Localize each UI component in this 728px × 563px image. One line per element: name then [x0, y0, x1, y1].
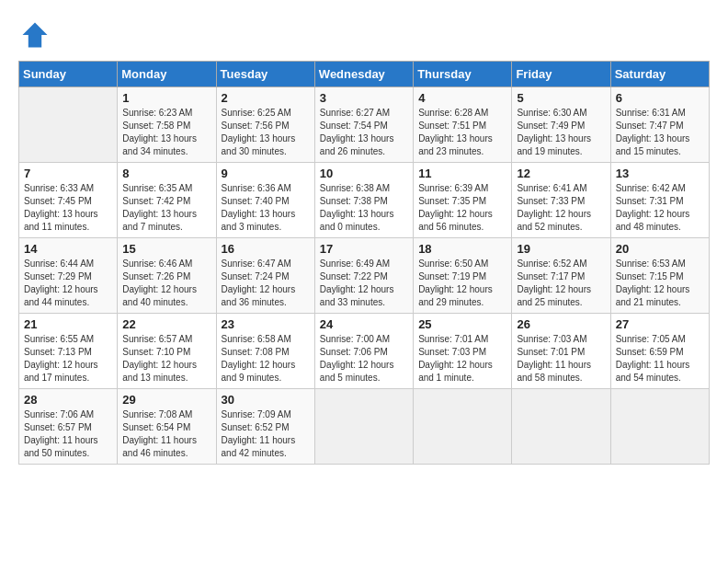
calendar-cell — [610, 389, 709, 465]
calendar-cell: 15Sunrise: 6:46 AMSunset: 7:26 PMDayligh… — [118, 238, 216, 314]
day-number: 27 — [616, 317, 704, 331]
calendar-cell: 22Sunrise: 6:57 AMSunset: 7:10 PMDayligh… — [118, 314, 216, 389]
day-number: 2 — [222, 91, 310, 105]
day-info: Sunrise: 6:35 AMSunset: 7:42 PMDaylight:… — [122, 182, 210, 234]
calendar-cell: 11Sunrise: 6:39 AMSunset: 7:35 PMDayligh… — [414, 163, 512, 238]
day-info: Sunrise: 6:47 AMSunset: 7:24 PMDaylight:… — [222, 258, 310, 309]
day-info: Sunrise: 6:33 AMSunset: 7:45 PMDaylight:… — [24, 182, 112, 234]
day-info: Sunrise: 6:52 AMSunset: 7:17 PMDaylight:… — [517, 258, 605, 309]
day-info: Sunrise: 6:39 AMSunset: 7:35 PMDaylight:… — [418, 182, 506, 234]
calendar-cell: 30Sunrise: 7:09 AMSunset: 6:52 PMDayligh… — [216, 389, 314, 465]
day-info: Sunrise: 7:03 AMSunset: 7:01 PMDaylight:… — [517, 333, 605, 385]
calendar-cell: 1Sunrise: 6:23 AMSunset: 7:58 PMDaylight… — [118, 87, 216, 163]
day-number: 6 — [616, 91, 704, 105]
calendar-cell: 6Sunrise: 6:31 AMSunset: 7:47 PMDaylight… — [610, 87, 709, 163]
day-number: 28 — [24, 393, 112, 407]
day-number: 24 — [320, 317, 408, 331]
calendar-cell: 23Sunrise: 6:58 AMSunset: 7:08 PMDayligh… — [216, 314, 314, 389]
weekday-header: Wednesday — [314, 62, 413, 87]
weekday-header: Friday — [512, 62, 610, 87]
calendar-table: SundayMondayTuesdayWednesdayThursdayFrid… — [18, 61, 710, 465]
calendar-cell: 18Sunrise: 6:50 AMSunset: 7:19 PMDayligh… — [414, 238, 512, 314]
day-number: 14 — [24, 242, 112, 256]
logo — [18, 18, 55, 52]
calendar-cell: 24Sunrise: 7:00 AMSunset: 7:06 PMDayligh… — [314, 314, 413, 389]
day-info: Sunrise: 6:44 AMSunset: 7:29 PMDaylight:… — [24, 258, 112, 309]
calendar-cell: 12Sunrise: 6:41 AMSunset: 7:33 PMDayligh… — [512, 163, 610, 238]
calendar-cell: 20Sunrise: 6:53 AMSunset: 7:15 PMDayligh… — [610, 238, 709, 314]
calendar-cell: 8Sunrise: 6:35 AMSunset: 7:42 PMDaylight… — [118, 163, 216, 238]
day-info: Sunrise: 6:53 AMSunset: 7:15 PMDaylight:… — [616, 258, 704, 309]
day-number: 22 — [122, 317, 210, 331]
day-number: 18 — [418, 242, 506, 256]
day-info: Sunrise: 6:42 AMSunset: 7:31 PMDaylight:… — [616, 182, 704, 234]
day-number: 9 — [222, 167, 310, 180]
calendar-cell: 2Sunrise: 6:25 AMSunset: 7:56 PMDaylight… — [216, 87, 314, 163]
calendar-cell: 3Sunrise: 6:27 AMSunset: 7:54 PMDaylight… — [314, 87, 413, 163]
calendar-cell: 10Sunrise: 6:38 AMSunset: 7:38 PMDayligh… — [314, 163, 413, 238]
day-info: Sunrise: 6:41 AMSunset: 7:33 PMDaylight:… — [517, 182, 605, 234]
day-info: Sunrise: 7:08 AMSunset: 6:54 PMDaylight:… — [122, 408, 210, 460]
day-number: 11 — [418, 167, 506, 180]
day-info: Sunrise: 6:28 AMSunset: 7:51 PMDaylight:… — [418, 107, 506, 158]
day-number: 8 — [122, 167, 210, 180]
day-info: Sunrise: 6:50 AMSunset: 7:19 PMDaylight:… — [418, 258, 506, 309]
calendar-cell: 4Sunrise: 6:28 AMSunset: 7:51 PMDaylight… — [414, 87, 512, 163]
day-number: 1 — [122, 91, 210, 105]
calendar-cell: 5Sunrise: 6:30 AMSunset: 7:49 PMDaylight… — [512, 87, 610, 163]
day-number: 15 — [122, 242, 210, 256]
day-number: 7 — [24, 167, 112, 180]
calendar-cell: 17Sunrise: 6:49 AMSunset: 7:22 PMDayligh… — [314, 238, 413, 314]
logo-icon — [18, 18, 51, 52]
day-info: Sunrise: 7:09 AMSunset: 6:52 PMDaylight:… — [222, 408, 310, 460]
day-info: Sunrise: 6:57 AMSunset: 7:10 PMDaylight:… — [122, 333, 210, 385]
day-number: 5 — [517, 91, 605, 105]
day-number: 13 — [616, 167, 704, 180]
weekday-header: Sunday — [19, 62, 118, 87]
day-info: Sunrise: 7:06 AMSunset: 6:57 PMDaylight:… — [24, 408, 112, 460]
day-info: Sunrise: 6:25 AMSunset: 7:56 PMDaylight:… — [222, 107, 310, 158]
weekday-header: Tuesday — [216, 62, 314, 87]
calendar-cell: 9Sunrise: 6:36 AMSunset: 7:40 PMDaylight… — [216, 163, 314, 238]
calendar-cell: 14Sunrise: 6:44 AMSunset: 7:29 PMDayligh… — [19, 238, 118, 314]
day-number: 26 — [517, 317, 605, 331]
day-number: 3 — [320, 91, 408, 105]
day-info: Sunrise: 6:49 AMSunset: 7:22 PMDaylight:… — [320, 258, 408, 309]
weekday-header: Monday — [118, 62, 216, 87]
day-info: Sunrise: 7:05 AMSunset: 6:59 PMDaylight:… — [616, 333, 704, 385]
day-number: 16 — [222, 242, 310, 256]
day-info: Sunrise: 6:38 AMSunset: 7:38 PMDaylight:… — [320, 182, 408, 234]
weekday-header: Thursday — [414, 62, 512, 87]
calendar-cell: 7Sunrise: 6:33 AMSunset: 7:45 PMDaylight… — [19, 163, 118, 238]
day-info: Sunrise: 6:30 AMSunset: 7:49 PMDaylight:… — [517, 107, 605, 158]
calendar-cell — [414, 389, 512, 465]
day-number: 10 — [320, 167, 408, 180]
calendar-cell: 25Sunrise: 7:01 AMSunset: 7:03 PMDayligh… — [414, 314, 512, 389]
calendar-cell: 28Sunrise: 7:06 AMSunset: 6:57 PMDayligh… — [19, 389, 118, 465]
day-number: 23 — [222, 317, 310, 331]
calendar-cell: 26Sunrise: 7:03 AMSunset: 7:01 PMDayligh… — [512, 314, 610, 389]
day-info: Sunrise: 6:27 AMSunset: 7:54 PMDaylight:… — [320, 107, 408, 158]
day-info: Sunrise: 6:36 AMSunset: 7:40 PMDaylight:… — [222, 182, 310, 234]
day-info: Sunrise: 6:55 AMSunset: 7:13 PMDaylight:… — [24, 333, 112, 385]
day-info: Sunrise: 6:23 AMSunset: 7:58 PMDaylight:… — [122, 107, 210, 158]
day-number: 21 — [24, 317, 112, 331]
day-number: 25 — [418, 317, 506, 331]
weekday-header: Saturday — [610, 62, 709, 87]
calendar-cell — [314, 389, 413, 465]
day-number: 20 — [616, 242, 704, 256]
day-info: Sunrise: 6:31 AMSunset: 7:47 PMDaylight:… — [616, 107, 704, 158]
calendar-cell: 27Sunrise: 7:05 AMSunset: 6:59 PMDayligh… — [610, 314, 709, 389]
calendar-cell: 29Sunrise: 7:08 AMSunset: 6:54 PMDayligh… — [118, 389, 216, 465]
day-info: Sunrise: 6:46 AMSunset: 7:26 PMDaylight:… — [122, 258, 210, 309]
calendar-cell: 13Sunrise: 6:42 AMSunset: 7:31 PMDayligh… — [610, 163, 709, 238]
day-info: Sunrise: 7:00 AMSunset: 7:06 PMDaylight:… — [320, 333, 408, 385]
day-number: 29 — [122, 393, 210, 407]
day-number: 12 — [517, 167, 605, 180]
day-number: 30 — [222, 393, 310, 407]
calendar-cell — [512, 389, 610, 465]
day-info: Sunrise: 6:58 AMSunset: 7:08 PMDaylight:… — [222, 333, 310, 385]
page-header — [18, 18, 710, 52]
calendar-cell: 16Sunrise: 6:47 AMSunset: 7:24 PMDayligh… — [216, 238, 314, 314]
day-number: 4 — [418, 91, 506, 105]
